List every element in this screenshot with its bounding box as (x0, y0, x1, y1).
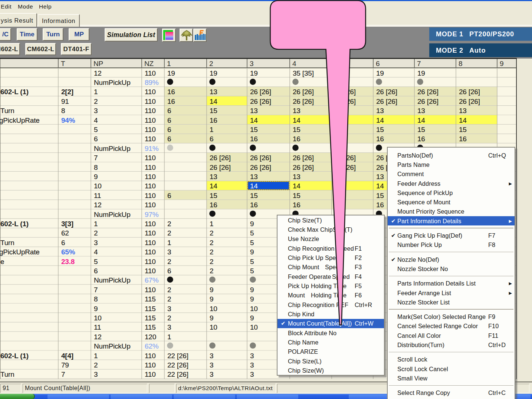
svg-text:13: 13 (417, 107, 425, 115)
svg-text:91%: 91% (145, 145, 159, 152)
svg-text:9: 9 (250, 295, 254, 303)
svg-text:16: 16 (417, 135, 425, 143)
svg-text:26 [26]: 26 [26] (417, 98, 439, 105)
svg-text:3: 3 (167, 248, 171, 256)
svg-text:6: 6 (167, 126, 171, 133)
svg-text:10: 10 (94, 182, 102, 190)
svg-text:14: 14 (250, 182, 258, 190)
svg-text:3: 3 (94, 107, 98, 115)
svg-text:26 [26]: 26 [26] (459, 98, 480, 105)
svg-text:15: 15 (210, 192, 217, 200)
svg-text:1: 1 (210, 126, 213, 133)
svg-text:110: 110 (145, 69, 156, 77)
svg-text:5: 5 (94, 126, 98, 133)
svg-text:6: 6 (167, 192, 171, 200)
svg-text:12: 12 (94, 333, 102, 341)
svg-text:62%: 62% (145, 342, 159, 350)
svg-text:91: 91 (61, 98, 69, 105)
svg-text:62: 62 (61, 229, 69, 237)
svg-text:3: 3 (210, 352, 213, 360)
svg-text:3: 3 (94, 239, 98, 247)
svg-text:3: 3 (250, 352, 254, 360)
svg-text:97%: 97% (145, 211, 159, 218)
svg-text:14: 14 (250, 116, 258, 124)
svg-text:5: 5 (250, 229, 254, 237)
svg-text:14: 14 (417, 116, 425, 124)
svg-text:9: 9 (210, 295, 213, 303)
svg-text:Turn: Turn (0, 107, 14, 115)
svg-text:2[2]: 2[2] (61, 88, 73, 96)
svg-text:3: 3 (250, 60, 253, 67)
svg-text:3: 3 (167, 323, 171, 331)
svg-text:110: 110 (145, 286, 156, 294)
svg-text:6: 6 (61, 239, 65, 247)
svg-text:2: 2 (209, 60, 213, 67)
svg-text:10: 10 (250, 323, 258, 331)
svg-text:2: 2 (210, 267, 213, 275)
svg-text:6: 6 (210, 135, 213, 143)
svg-text:110: 110 (145, 229, 156, 237)
svg-text:3: 3 (250, 361, 254, 369)
svg-text:10: 10 (210, 305, 217, 313)
svg-text:2: 2 (210, 229, 213, 237)
svg-text:79: 79 (61, 361, 69, 369)
svg-text:94%: 94% (61, 116, 75, 124)
svg-text:14: 14 (459, 116, 467, 124)
svg-text:4: 4 (94, 116, 98, 124)
svg-text:9: 9 (250, 286, 254, 294)
svg-text:2: 2 (94, 361, 98, 369)
svg-text:110: 110 (145, 164, 156, 171)
svg-text:6: 6 (94, 135, 98, 143)
svg-text:22 [26]: 22 [26] (167, 370, 188, 378)
svg-text:8: 8 (61, 107, 65, 115)
svg-text:12: 12 (94, 69, 102, 77)
svg-text:10: 10 (210, 323, 217, 331)
svg-text:13: 13 (210, 88, 217, 96)
svg-text:15: 15 (250, 126, 258, 133)
svg-text:19: 19 (417, 69, 425, 77)
svg-text:23.8: 23.8 (61, 258, 75, 266)
svg-text:2: 2 (167, 295, 171, 303)
svg-text:12: 12 (94, 201, 102, 209)
svg-text:13: 13 (250, 173, 258, 181)
svg-text:1: 1 (94, 220, 98, 228)
svg-text:5: 5 (94, 258, 98, 266)
svg-text:15: 15 (210, 107, 217, 115)
svg-text:110: 110 (145, 126, 156, 133)
svg-text:NumPickUp: NumPickUp (94, 79, 131, 86)
svg-text:110: 110 (145, 88, 156, 96)
svg-text:4[4]: 4[4] (61, 352, 73, 360)
svg-text:120: 120 (145, 333, 156, 341)
svg-text:15: 15 (459, 126, 467, 133)
svg-text:NP: NP (93, 60, 103, 67)
svg-text:5: 5 (250, 267, 254, 275)
svg-text:16: 16 (167, 98, 175, 105)
svg-text:89%: 89% (145, 79, 159, 86)
svg-text:1: 1 (94, 352, 98, 360)
svg-text:602-L (1): 602-L (1) (0, 220, 29, 228)
svg-text:1: 1 (167, 333, 171, 341)
svg-text:NumPickUp: NumPickUp (94, 145, 131, 152)
svg-text:7: 7 (417, 60, 421, 67)
svg-text:110: 110 (145, 201, 156, 209)
svg-text:110: 110 (145, 116, 156, 124)
svg-text:14: 14 (210, 98, 217, 105)
svg-text:1: 1 (94, 88, 98, 96)
svg-text:Turn: Turn (0, 239, 14, 247)
svg-text:8: 8 (94, 295, 98, 303)
svg-text:8: 8 (94, 164, 98, 171)
svg-text:gPickUpRate: gPickUpRate (0, 248, 40, 256)
svg-text:1: 1 (167, 239, 171, 247)
svg-text:110: 110 (145, 107, 156, 115)
svg-text:110: 110 (145, 352, 156, 360)
svg-text:3: 3 (167, 305, 171, 313)
svg-text:6: 6 (167, 116, 171, 124)
svg-text:3: 3 (94, 370, 98, 378)
svg-text:3[3]: 3[3] (61, 220, 73, 228)
svg-text:10: 10 (94, 314, 102, 322)
svg-text:gPickUpRate: gPickUpRate (0, 116, 40, 124)
svg-text:602-L (1): 602-L (1) (0, 88, 29, 96)
svg-text:10: 10 (250, 305, 258, 313)
svg-text:26 [26]: 26 [26] (376, 88, 397, 96)
svg-text:9: 9 (94, 305, 98, 313)
